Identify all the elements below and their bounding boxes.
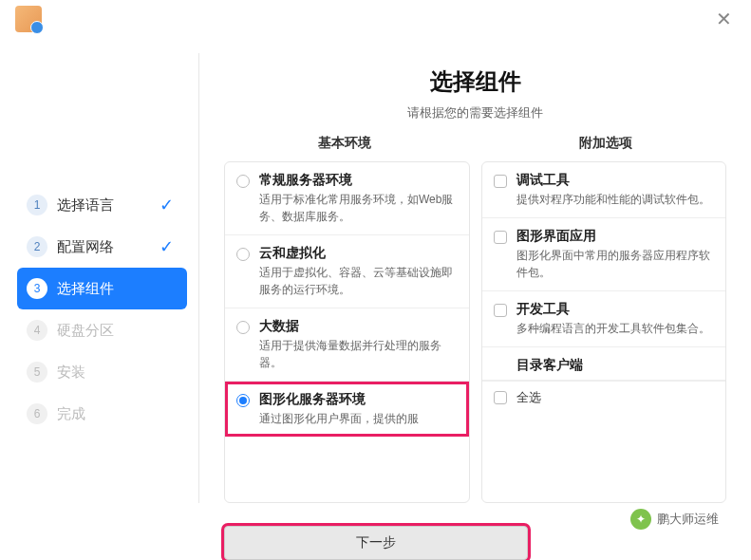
step-label: 配置网络 xyxy=(57,238,114,256)
option-desc: 图形化界面中常用的服务器应用程序软件包。 xyxy=(516,247,715,281)
step-done[interactable]: 6 完成 xyxy=(17,393,187,435)
basic-env-panel: 常规服务器环境 适用于标准化常用服务环境，如Web服务、数据库服务。 云和虚拟化… xyxy=(224,161,470,503)
option-title: 开发工具 xyxy=(516,301,715,318)
close-icon[interactable]: ✕ xyxy=(712,4,736,34)
option-title: 目录客户端 xyxy=(516,357,715,374)
checkbox-icon[interactable] xyxy=(494,304,507,317)
option-title: 调试工具 xyxy=(516,172,715,189)
option-desc: 多种编程语言的开发工具软件包集合。 xyxy=(516,320,715,337)
step-number: 6 xyxy=(27,403,47,424)
step-label: 硬盘分区 xyxy=(57,322,114,340)
option-desc: 适用于虚拟化、容器、云等基础设施即服务的运行环境。 xyxy=(259,264,458,298)
option-title: 图形界面应用 xyxy=(516,228,715,245)
radio-icon[interactable] xyxy=(236,321,250,334)
step-label: 选择组件 xyxy=(57,280,114,298)
col-header-basic: 基本环境 xyxy=(224,135,466,161)
select-all-row[interactable]: 全选 xyxy=(482,381,726,414)
wechat-icon: ✦ xyxy=(630,509,651,530)
step-number: 3 xyxy=(27,278,47,299)
step-number: 4 xyxy=(27,320,47,341)
page-subtitle: 请根据您的需要选择组件 xyxy=(224,104,726,121)
option-desc: 适用于提供海量数据并行处理的服务器。 xyxy=(259,337,458,371)
addon-dev-tools[interactable]: 开发工具 多种编程语言的开发工具软件包集合。 xyxy=(482,291,726,347)
step-language[interactable]: 1 选择语言 ✓ xyxy=(17,184,187,226)
option-title: 大数据 xyxy=(259,318,458,335)
step-number: 2 xyxy=(27,236,47,257)
step-network[interactable]: 2 配置网络 ✓ xyxy=(17,226,187,268)
addon-directory-client[interactable]: 目录客户端 xyxy=(482,347,726,381)
checkbox-icon[interactable] xyxy=(494,231,507,244)
main-area: 1 选择语言 ✓ 2 配置网络 ✓ 3 选择组件 4 硬盘分区 5 安装 6 完… xyxy=(0,38,751,513)
option-graphical-server[interactable]: 图形化服务器环境 通过图形化用户界面，提供的服 xyxy=(225,382,469,437)
content: 选择组件 请根据您的需要选择组件 基本环境 附加选项 常规服务器环境 适用于标准… xyxy=(199,38,751,513)
addon-debug-tools[interactable]: 调试工具 提供对程序功能和性能的调试软件包。 xyxy=(482,162,726,218)
step-label: 完成 xyxy=(57,405,85,423)
option-title: 常规服务器环境 xyxy=(259,172,458,189)
step-partition[interactable]: 4 硬盘分区 xyxy=(17,309,187,351)
radio-icon[interactable] xyxy=(236,248,250,261)
step-number: 5 xyxy=(27,362,47,383)
step-components[interactable]: 3 选择组件 xyxy=(17,268,187,309)
option-title: 图形化服务器环境 xyxy=(259,391,458,408)
check-icon: ✓ xyxy=(160,195,174,215)
option-standard-server[interactable]: 常规服务器环境 适用于标准化常用服务环境，如Web服务、数据库服务。 xyxy=(225,162,469,235)
page-title: 选择组件 xyxy=(224,66,726,97)
step-install[interactable]: 5 安装 xyxy=(17,351,187,393)
columns-header: 基本环境 附加选项 xyxy=(224,135,726,161)
select-all-label: 全选 xyxy=(516,389,541,406)
app-icon xyxy=(15,6,42,32)
option-cloud-virt[interactable]: 云和虚拟化 适用于虚拟化、容器、云等基础设施即服务的运行环境。 xyxy=(225,235,469,308)
check-icon: ✓ xyxy=(160,236,174,257)
checkbox-icon[interactable] xyxy=(494,175,507,188)
titlebar: ✕ xyxy=(0,0,751,38)
step-number: 1 xyxy=(27,195,47,215)
watermark: ✦ 鹏大师运维 xyxy=(621,505,728,533)
option-bigdata[interactable]: 大数据 适用于提供海量数据并行处理的服务器。 xyxy=(225,308,469,382)
addon-gui-apps[interactable]: 图形界面应用 图形化界面中常用的服务器应用程序软件包。 xyxy=(482,218,726,291)
col-header-addons: 附加选项 xyxy=(485,135,727,161)
columns: 常规服务器环境 适用于标准化常用服务环境，如Web服务、数据库服务。 云和虚拟化… xyxy=(224,161,726,503)
addons-panel: 调试工具 提供对程序功能和性能的调试软件包。 图形界面应用 图形化界面中常用的服… xyxy=(481,161,727,503)
option-title: 云和虚拟化 xyxy=(259,245,458,262)
option-desc: 适用于标准化常用服务环境，如Web服务、数据库服务。 xyxy=(259,191,458,225)
radio-icon[interactable] xyxy=(236,394,250,407)
option-desc: 提供对程序功能和性能的调试软件包。 xyxy=(516,191,715,208)
option-desc: 通过图形化用户界面，提供的服 xyxy=(259,410,458,427)
next-button[interactable]: 下一步 xyxy=(224,526,528,560)
step-label: 选择语言 xyxy=(57,196,114,215)
radio-icon[interactable] xyxy=(236,175,250,188)
checkbox-icon[interactable] xyxy=(494,391,507,404)
sidebar: 1 选择语言 ✓ 2 配置网络 ✓ 3 选择组件 4 硬盘分区 5 安装 6 完… xyxy=(0,53,199,503)
watermark-text: 鹏大师运维 xyxy=(657,511,719,528)
step-label: 安装 xyxy=(57,364,85,382)
